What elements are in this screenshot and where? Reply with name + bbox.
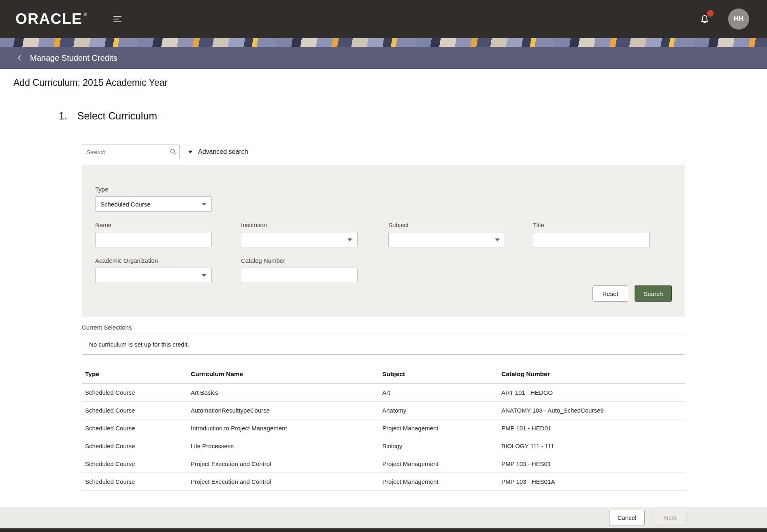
subject-select[interactable] [388,232,505,247]
table-header-row: Type Curriculum Name Subject Catalog Num… [82,365,685,383]
cell-subject: Biology [379,437,498,455]
cell-type: Scheduled Course [82,455,187,472]
field-academic-organization: Academic Organization [95,257,212,283]
cell-type: Scheduled Course [82,437,187,455]
cell-curriculum-name: AutomationResulttypeCourse [187,401,379,419]
cell-catalog-number: PMP 103 - HES01 [498,455,685,472]
empty-selection-message: No curriculum is set up for this credit. [89,341,189,348]
oracle-logo: ORACLE ® [15,11,87,28]
catalog-number-label: Catalog Number [241,257,358,264]
avatar[interactable]: HH [728,9,749,30]
notification-badge [707,10,714,17]
cell-subject: Project Management [379,455,498,472]
field-institution: Institution [241,221,358,247]
chevron-down-icon [495,238,500,241]
current-selections-box: No curriculum is set up for this credit. [82,334,685,355]
cell-subject: Project Management [379,419,498,437]
cell-subject: Anatomy [379,401,498,419]
type-select[interactable]: Scheduled Course [95,196,212,212]
reset-button[interactable]: Reset [592,285,628,302]
chevron-left-icon [16,54,23,62]
column-header-catalog-number: Catalog Number [498,365,685,383]
next-button[interactable]: Next [654,510,687,526]
catalog-number-input[interactable] [241,268,358,283]
subject-label: Subject [388,221,505,228]
cell-curriculum-name: Life Processess [187,437,379,455]
type-label: Type [95,186,212,193]
advanced-search-panel: Type Scheduled Course Name Institution S… [82,165,685,317]
cell-type: Scheduled Course [82,401,187,419]
cell-subject: Art [379,383,498,401]
academic-organization-select[interactable] [95,268,212,283]
decorative-banner [0,38,767,47]
breadcrumb-label[interactable]: Manage Student Credits [30,53,117,63]
chevron-down-icon [347,238,352,241]
table-row[interactable]: Scheduled Course Project Execution and C… [82,472,685,490]
app-header: ORACLE ® HH [0,0,767,38]
page-title: Add Curriculum: 2015 Academic Year [13,77,168,88]
cell-type: Scheduled Course [82,383,187,401]
table-row[interactable]: Scheduled Course AutomationResulttypeCou… [82,401,685,419]
header-actions: HH [699,9,749,30]
breadcrumb-banner: Manage Student Credits [0,47,767,69]
cell-curriculum-name: Introduction to Project Management [187,419,379,437]
menu-bar [113,21,121,22]
menu-bar [113,16,121,17]
cell-curriculum-name: Project Execution and Control [187,455,379,472]
cell-curriculum-name: Project Execution and Control [187,472,379,490]
field-catalog-number: Catalog Number [241,257,358,283]
column-header-curriculum-name: Curriculum Name [187,365,379,383]
page: ORACLE ® HH Manage Studen [0,0,767,532]
type-select-value: Scheduled Course [100,201,150,208]
step-number: 1. [59,110,67,122]
search-row: Advanced search [82,145,685,159]
main-content: Advanced search Type Scheduled Course Na… [82,145,685,491]
field-name: Name [95,221,212,247]
column-header-type: Type [82,365,187,383]
title-label: Title [533,221,650,228]
table-row[interactable]: Scheduled Course Art Basics Art ART 101 … [82,383,685,401]
cancel-button[interactable]: Cancel [609,510,645,526]
column-header-subject: Subject [379,365,498,383]
cell-catalog-number: BIOLOGY 111 - 111 [498,437,685,455]
search-box [82,145,180,159]
cell-catalog-number: PMP 101 - HED01 [498,419,685,437]
field-subject: Subject [388,221,505,247]
menu-icon[interactable] [111,13,124,25]
table-row[interactable]: Scheduled Course Introduction to Project… [82,419,685,437]
institution-select[interactable] [241,232,358,247]
title-input[interactable] [533,232,650,247]
page-title-bar: Add Curriculum: 2015 Academic Year [0,69,767,97]
field-title: Title [533,221,650,247]
search-button[interactable]: Search [635,285,672,302]
step-heading: 1. Select Curriculum [59,110,767,122]
footer-action-bar: Cancel Next [0,507,767,528]
cell-catalog-number: ANATOMY 103 - Auto_SchedCourse9 [498,401,685,419]
cell-catalog-number: PMP 103 - HES01A [498,472,685,490]
bottom-dark-strip [0,528,767,532]
current-selections-label: Current Selections [82,324,685,331]
search-icon[interactable] [170,148,177,157]
academic-organization-label: Academic Organization [95,257,212,264]
search-input[interactable] [82,145,180,159]
oracle-logo-text: ORACLE [15,11,82,28]
table-row[interactable]: Scheduled Course Life Processess Biology… [82,437,685,455]
institution-label: Institution [241,221,358,228]
menu-bar [113,19,119,19]
step-title: Select Curriculum [77,110,157,122]
cell-curriculum-name: Art Basics [187,383,379,401]
cell-subject: Project Management [379,472,498,490]
notifications-button[interactable] [699,13,711,26]
cell-catalog-number: ART 101 - HEDGO [498,383,685,401]
advanced-search-toggle[interactable]: Advanced search [198,148,248,155]
name-input[interactable] [95,232,212,247]
cell-type: Scheduled Course [82,419,187,437]
back-button[interactable] [16,54,23,62]
cell-type: Scheduled Course [82,472,187,490]
table-row[interactable]: Scheduled Course Project Execution and C… [82,455,685,472]
registered-mark: ® [83,12,87,17]
advanced-search-caret-icon[interactable] [188,151,193,153]
chevron-down-icon [202,274,207,277]
chevron-down-icon [202,203,207,206]
field-type: Type Scheduled Course [95,186,212,212]
